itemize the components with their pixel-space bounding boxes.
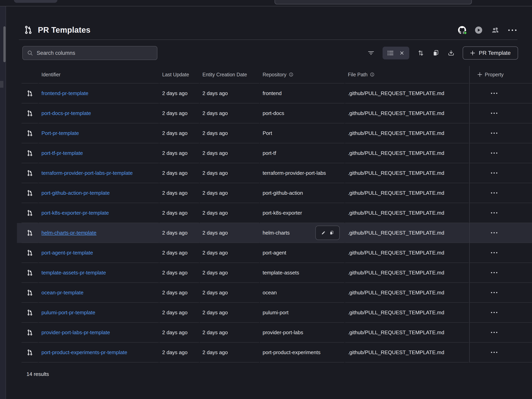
- table-row: port-agent-pr-template 2 days ago 2 days…: [21, 243, 532, 263]
- ellipsis-icon: [491, 312, 492, 313]
- last-update-value: 2 days ago: [162, 90, 188, 96]
- identifier-link[interactable]: port-tf-pr-template: [41, 150, 83, 156]
- edit-button[interactable]: [321, 230, 326, 235]
- last-update-value: 2 days ago: [162, 130, 188, 136]
- row-more-button[interactable]: [490, 111, 499, 115]
- left-sidebar-strip: [0, 6, 6, 399]
- info-icon[interactable]: [289, 72, 293, 77]
- pull-request-icon: [27, 170, 33, 176]
- row-more-button[interactable]: [490, 211, 499, 215]
- header-divider: [19, 39, 518, 40]
- identifier-link[interactable]: port-docs-pr-template: [41, 110, 91, 116]
- ellipsis-icon: [491, 332, 492, 333]
- identifier-link[interactable]: template-assets-pr-template: [41, 270, 106, 276]
- info-icon[interactable]: [370, 72, 374, 77]
- row-icon-cell: [21, 203, 38, 223]
- row-more-button[interactable]: [490, 331, 499, 334]
- github-integration-button[interactable]: [458, 26, 466, 34]
- last-update-value: 2 days ago: [162, 290, 188, 296]
- row-icon-cell: [21, 83, 38, 103]
- page-more-button[interactable]: [508, 30, 516, 31]
- identifier-link[interactable]: terraform-provider-port-labs-pr-template: [41, 170, 133, 176]
- table-row: port-docs-pr-template 2 days ago 2 days …: [21, 103, 532, 123]
- export-button[interactable]: [448, 50, 455, 57]
- search-columns-box: [22, 46, 157, 60]
- users-icon: [491, 27, 500, 33]
- add-property-header[interactable]: Property: [469, 66, 532, 83]
- identifier-link[interactable]: pulumi-port-pr-template: [41, 310, 95, 316]
- column-header-repository[interactable]: Repository: [260, 66, 344, 83]
- global-search-bar[interactable]: [275, 0, 472, 4]
- pull-request-icon: [27, 289, 33, 296]
- vertical-scrollbar-thumb[interactable]: [3, 26, 6, 62]
- last-update-value: 2 days ago: [162, 329, 188, 336]
- row-more-button[interactable]: [490, 311, 499, 314]
- row-more-button[interactable]: [490, 251, 499, 254]
- table-row: template-assets-pr-template 2 days ago 2…: [21, 263, 532, 283]
- members-button[interactable]: [491, 27, 500, 33]
- pencil-icon: [321, 230, 326, 235]
- entity-creation-value: 2 days ago: [203, 190, 228, 196]
- search-icon: [27, 50, 33, 56]
- column-header-identifier[interactable]: Identifier: [39, 66, 159, 83]
- column-header-entity-creation-date[interactable]: Entity Creation Date: [200, 66, 259, 83]
- clear-view-button[interactable]: [399, 50, 405, 56]
- table-row: terraform-provider-port-labs-pr-template…: [21, 163, 532, 183]
- file-path-value: .github/PULL_REQUEST_TEMPLATE.md: [348, 290, 444, 296]
- row-hover-actions: [315, 226, 340, 240]
- last-update-value: 2 days ago: [162, 250, 188, 256]
- entity-creation-value: 2 days ago: [203, 250, 228, 256]
- last-update-value: 2 days ago: [162, 110, 188, 116]
- identifier-link[interactable]: port-github-action-pr-template: [41, 190, 110, 196]
- entity-creation-value: 2 days ago: [203, 150, 228, 156]
- filter-button[interactable]: [367, 50, 375, 57]
- sort-button[interactable]: [417, 50, 424, 57]
- identifier-link[interactable]: Port-pr-template: [41, 130, 79, 136]
- row-icon-cell: [21, 143, 38, 163]
- entity-creation-value: 2 days ago: [203, 110, 228, 116]
- search-columns-input[interactable]: [37, 50, 153, 56]
- run-button[interactable]: [475, 26, 482, 34]
- file-path-value: .github/PULL_REQUEST_TEMPLATE.md: [348, 329, 444, 336]
- copy-button[interactable]: [329, 230, 334, 235]
- column-header-last-update[interactable]: Last Update: [159, 66, 199, 83]
- copy-table-button[interactable]: [432, 50, 440, 57]
- table-row: port-tf-pr-template 2 days ago 2 days ag…: [21, 143, 532, 163]
- identifier-link[interactable]: ocean-pr-template: [41, 290, 83, 296]
- file-path-value: .github/PULL_REQUEST_TEMPLATE.md: [348, 230, 444, 236]
- identifier-link[interactable]: helm-charts-pr-template: [41, 230, 96, 236]
- row-more-button[interactable]: [490, 131, 499, 135]
- identifier-link[interactable]: port-k8s-exporter-pr-template: [41, 210, 109, 216]
- identifier-link[interactable]: frontend-pr-template: [41, 90, 89, 96]
- column-header-file-path[interactable]: File Path: [345, 66, 469, 83]
- ellipsis-icon: [491, 352, 492, 353]
- add-pr-template-button[interactable]: PR Template: [463, 46, 518, 60]
- row-more-button[interactable]: [490, 291, 499, 294]
- list-view-button[interactable]: [387, 50, 394, 57]
- pull-request-icon: [27, 329, 33, 336]
- row-more-button[interactable]: [490, 351, 499, 354]
- pull-request-icon: [27, 309, 33, 316]
- row-more-button[interactable]: [490, 191, 499, 195]
- sidebar-collapsed-item[interactable]: [0, 81, 3, 88]
- pull-request-icon: [27, 269, 33, 276]
- pull-request-icon: [27, 210, 33, 216]
- pull-request-icon: [27, 190, 33, 196]
- row-more-button[interactable]: [490, 171, 499, 175]
- identifier-link[interactable]: port-agent-pr-template: [41, 250, 93, 256]
- entity-creation-value: 2 days ago: [203, 329, 228, 336]
- row-more-button[interactable]: [490, 271, 499, 274]
- repository-value: ocean: [263, 290, 277, 296]
- row-more-button[interactable]: [490, 151, 499, 155]
- pull-request-icon: [27, 150, 33, 157]
- identifier-link[interactable]: provider-port-labs-pr-template: [41, 329, 110, 336]
- download-icon: [448, 50, 455, 57]
- row-more-button[interactable]: [490, 231, 499, 234]
- property-column-divider: [469, 66, 470, 362]
- top-left-pill-button[interactable]: [14, 0, 57, 3]
- row-more-button[interactable]: [490, 91, 499, 95]
- clear-x-icon: [399, 50, 405, 56]
- last-update-value: 2 days ago: [162, 150, 188, 156]
- repository-value: terraform-provider-port-labs: [263, 170, 326, 176]
- identifier-link[interactable]: port-product-experiments-pr-template: [41, 349, 127, 355]
